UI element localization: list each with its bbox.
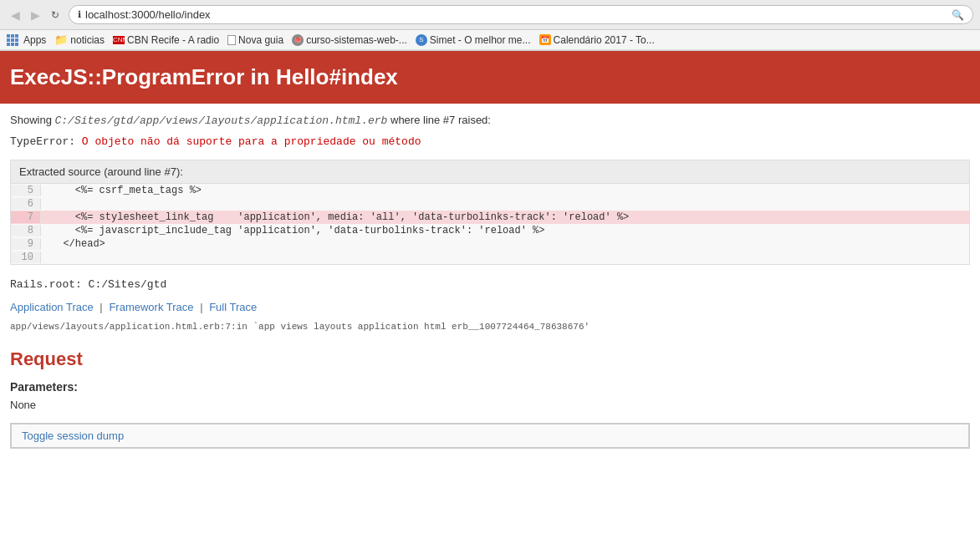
bookmark-nova-guia-label: Nova guia <box>238 34 283 46</box>
line-number: 9 <box>11 238 41 250</box>
line-content: <%= csrf_meta_tags %> <box>41 185 212 196</box>
showing-suffix: where line #7 raised: <box>390 114 491 126</box>
line-content <box>41 198 61 210</box>
line-number: 5 <box>11 185 41 196</box>
full-trace-link[interactable]: Full Trace <box>209 301 257 313</box>
bookmark-noticias[interactable]: 📁 noticias <box>54 33 105 46</box>
session-box: Toggle session dump <box>10 423 970 449</box>
showing-line: Showing C:/Sites/gtd/app/views/layouts/a… <box>10 114 970 127</box>
bookmark-simet[interactable]: S Simet - O melhor me... <box>416 34 531 46</box>
cal-icon: 📅 <box>539 34 551 45</box>
bookmark-noticias-label: noticias <box>70 34 105 46</box>
code-line: 7 <%= stylesheet_link_tag 'application',… <box>11 211 969 224</box>
params-label: Parameters: <box>10 380 970 394</box>
address-bar[interactable]: ℹ localhost:3000/hello/index 🔍 <box>69 5 973 24</box>
bookmark-apps-label: Apps <box>23 34 46 46</box>
error-message: TypeError: O objeto não dá suporte para … <box>10 135 970 148</box>
code-line: 5 <%= csrf_meta_tags %> <box>11 184 969 197</box>
params-value: None <box>10 399 970 411</box>
error-header: ExecJS::ProgramError in Hello#index <box>0 51 980 104</box>
trace-separator-1: | <box>100 301 102 313</box>
apps-grid-icon <box>7 34 18 46</box>
source-box: Extracted source (around line #7): 5 <%=… <box>10 160 970 265</box>
bookmark-simet-label: Simet - O melhor me... <box>430 34 531 46</box>
forward-button[interactable]: ▶ <box>27 7 43 23</box>
folder-icon: 📁 <box>54 33 68 46</box>
globe-blue-icon: S <box>416 34 427 46</box>
line-content: </head> <box>41 238 115 250</box>
error-value: O objeto não dá suporte para a proprieda… <box>82 135 421 148</box>
bookmark-cbn[interactable]: CNN CBN Recife - A radio <box>113 34 219 46</box>
bookmark-apps[interactable]: Apps <box>7 34 46 46</box>
showing-file: C:/Sites/gtd/app/views/layouts/applicati… <box>55 114 388 127</box>
code-line: 9 </head> <box>11 237 969 251</box>
showing-prefix: Showing <box>10 114 52 126</box>
trace-links: Application Trace | Framework Trace | Fu… <box>10 301 970 313</box>
app-trace-link[interactable]: Application Trace <box>10 301 94 313</box>
github-icon: 🐙 <box>292 34 304 46</box>
line-content: <%= javascript_include_tag 'application'… <box>41 225 555 236</box>
secure-icon: ℹ <box>78 9 81 20</box>
browser-chrome: ◀ ▶ ↻ ℹ localhost:3000/hello/index 🔍 App… <box>0 0 980 51</box>
error-body: Showing C:/Sites/gtd/app/views/layouts/a… <box>0 104 980 459</box>
request-section-title: Request <box>10 348 970 370</box>
line-content <box>41 252 61 263</box>
error-label: TypeError: <box>10 135 75 148</box>
bookmark-curso-label: curso-sistemas-web-... <box>306 34 407 46</box>
trace-separator-2: | <box>200 301 202 313</box>
line-number: 8 <box>11 225 41 236</box>
framework-trace-link[interactable]: Framework Trace <box>109 301 193 313</box>
back-button[interactable]: ◀ <box>7 7 23 23</box>
cbn-icon: CNN <box>113 36 125 44</box>
refresh-button[interactable]: ↻ <box>47 7 64 23</box>
toggle-session-button[interactable]: Toggle session dump <box>11 424 969 448</box>
bookmark-cbn-label: CBN Recife - A radio <box>127 34 219 46</box>
source-header: Extracted source (around line #7): <box>11 160 969 184</box>
bookmarks-bar: Apps 📁 noticias CNN CBN Recife - A radio… <box>0 30 980 50</box>
rails-root: Rails.root: C:/Sites/gtd <box>10 278 970 291</box>
code-line: 6 <box>11 197 969 211</box>
source-code[interactable]: 5 <%= csrf_meta_tags %>67 <%= stylesheet… <box>11 184 969 264</box>
trace-output: app/views/layouts/application.html.erb:7… <box>10 322 970 332</box>
code-line: 10 <box>11 251 969 264</box>
browser-toolbar: ◀ ▶ ↻ ℹ localhost:3000/hello/index 🔍 <box>0 0 980 30</box>
bookmark-calendario[interactable]: 📅 Calendário 2017 - To... <box>539 34 655 46</box>
bookmark-curso[interactable]: 🐙 curso-sistemas-web-... <box>292 34 407 46</box>
url-text: localhost:3000/hello/index <box>85 8 211 21</box>
line-number: 6 <box>11 198 41 210</box>
doc-icon <box>227 35 236 45</box>
line-number: 10 <box>11 252 41 263</box>
line-number: 7 <box>11 211 41 223</box>
error-title: ExecJS::ProgramError in Hello#index <box>10 64 970 90</box>
bookmark-nova-guia[interactable]: Nova guia <box>227 34 283 46</box>
nav-buttons: ◀ ▶ ↻ <box>7 7 64 23</box>
code-line: 8 <%= javascript_include_tag 'applicatio… <box>11 224 969 237</box>
line-content: <%= stylesheet_link_tag 'application', m… <box>41 211 639 223</box>
search-icon: 🔍 <box>952 9 964 21</box>
bookmark-calendario-label: Calendário 2017 - To... <box>554 34 655 46</box>
